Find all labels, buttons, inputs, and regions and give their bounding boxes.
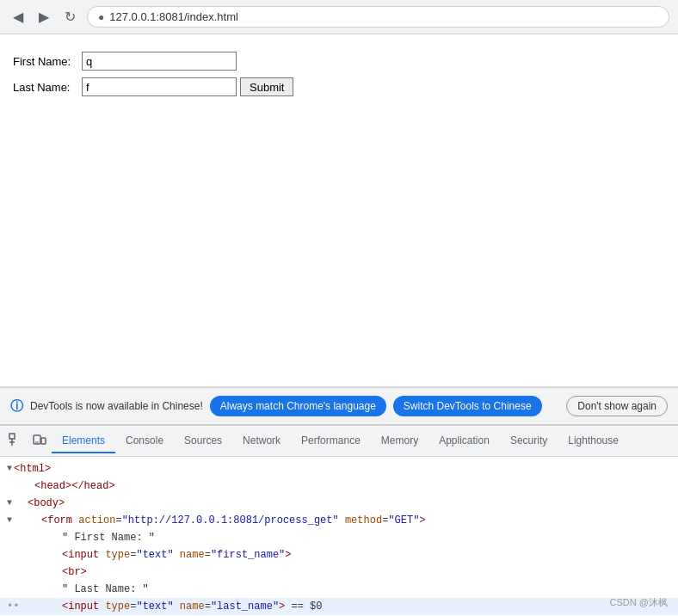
browser-toolbar: ◀ ▶ ↻ ● 127.0.0.1:8081/index.html	[0, 0, 678, 34]
url-text: 127.0.0.1:8081/index.html	[109, 10, 238, 23]
page-content: First Name: Last Name: Submit	[0, 34, 678, 387]
devtools-panel: Elements Console Sources Network Perform…	[0, 425, 678, 616]
first-name-label: First Name:	[13, 55, 82, 68]
notification-text: DevTools is now available in Chinese!	[30, 400, 203, 412]
last-name-row: Last Name: Submit	[13, 77, 665, 96]
inspect-icon-button[interactable]	[3, 429, 28, 453]
first-name-input[interactable]	[82, 52, 237, 71]
tab-sources[interactable]: Sources	[174, 429, 232, 453]
last-name-label: Last Name:	[13, 81, 82, 94]
dont-show-button[interactable]: Don't show again	[566, 396, 668, 416]
tab-memory[interactable]: Memory	[371, 429, 428, 453]
code-html: ▼ <html>	[0, 460, 678, 477]
last-name-input[interactable]	[82, 77, 237, 96]
back-button[interactable]: ◀	[9, 7, 28, 27]
tab-console[interactable]: Console	[115, 429, 174, 453]
tab-elements[interactable]: Elements	[52, 429, 115, 453]
code-text-last: " Last Name: "	[0, 581, 678, 598]
code-input-first: <input type = "text" name = "first_name"…	[0, 546, 678, 564]
switch-language-button[interactable]: Switch DevTools to Chinese	[393, 396, 542, 416]
svg-rect-0	[9, 434, 15, 439]
tab-network[interactable]: Network	[232, 429, 291, 453]
watermark: CSDN @沐枫	[610, 596, 668, 609]
submit-button[interactable]: Submit	[240, 77, 293, 96]
devtools-notification: ⓘ DevTools is now available in Chinese! …	[0, 387, 678, 425]
code-br: <br>	[0, 564, 678, 581]
code-body: ▼ <body>	[0, 495, 678, 512]
lock-icon: ●	[98, 11, 104, 23]
code-text-first: " First Name: "	[0, 529, 678, 546]
code-head: <head></head>	[0, 477, 678, 495]
match-language-button[interactable]: Always match Chrome's language	[210, 396, 386, 416]
address-bar[interactable]: ● 127.0.0.1:8081/index.html	[87, 6, 669, 28]
tab-security[interactable]: Security	[500, 429, 558, 453]
code-form: ▼ <form action = "http://127.0.0.1:8081/…	[0, 512, 678, 529]
devtools-html-content: ▼ <html> <head></head> ▼ <body> ▼ <form …	[0, 457, 678, 616]
code-input-last[interactable]: •• <input type = "text" name = "last_nam…	[0, 598, 678, 615]
reload-button[interactable]: ↻	[60, 7, 80, 27]
tab-application[interactable]: Application	[428, 429, 500, 453]
devtools-tabs: Elements Console Sources Network Perform…	[0, 426, 678, 457]
tab-performance[interactable]: Performance	[291, 429, 371, 453]
tab-lighthouse[interactable]: Lighthouse	[558, 429, 629, 453]
first-name-row: First Name:	[13, 52, 665, 71]
info-icon: ⓘ	[10, 398, 23, 415]
device-icon-button[interactable]	[28, 429, 52, 453]
svg-rect-4	[41, 438, 46, 444]
forward-button[interactable]: ▶	[34, 7, 53, 27]
